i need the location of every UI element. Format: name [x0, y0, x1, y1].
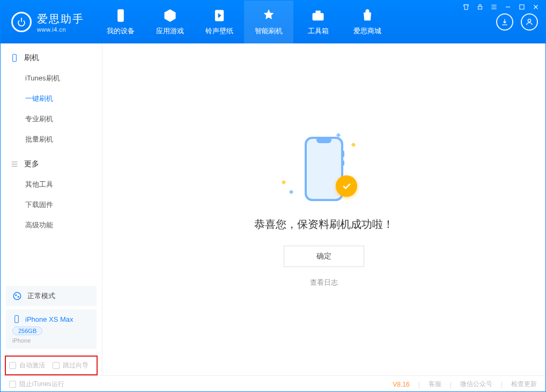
- ok-button[interactable]: 确定: [284, 246, 364, 267]
- menu-icon[interactable]: [490, 3, 498, 11]
- mode-label: 正常模式: [27, 291, 55, 301]
- svg-point-8: [13, 292, 21, 300]
- lock-icon[interactable]: [476, 3, 484, 11]
- svg-rect-2: [117, 9, 124, 21]
- sidebar-item-batch[interactable]: 批量刷机: [1, 129, 102, 150]
- footer-link-wechat[interactable]: 微信公众号: [460, 380, 492, 389]
- phone-icon: [10, 54, 19, 62]
- sidebar: 刷机 iTunes刷机 一键刷机 专业刷机 批量刷机 更多 其他工具 下载固件 …: [1, 43, 102, 375]
- sidebar-item-advanced[interactable]: 高级功能: [1, 215, 102, 235]
- footer-link-cs[interactable]: 客服: [429, 380, 441, 389]
- svg-rect-0: [478, 6, 482, 9]
- sidebar-group-flash-label: 刷机: [24, 53, 39, 63]
- tab-apps[interactable]: 应用游戏: [145, 1, 195, 43]
- sidebar-group-more: 更多: [1, 150, 102, 174]
- maximize-icon[interactable]: [518, 3, 526, 11]
- close-icon[interactable]: [532, 3, 540, 11]
- device-card[interactable]: iPhone XS Max 256GB iPhone: [6, 309, 97, 349]
- tab-apps-label: 应用游戏: [156, 26, 184, 36]
- logo-icon: [11, 12, 32, 32]
- sidebar-item-itunes[interactable]: iTunes刷机: [1, 68, 102, 88]
- svg-rect-11: [15, 315, 19, 322]
- highlighted-options: 自动激活 跳过向导: [5, 356, 98, 375]
- sidebar-item-pro[interactable]: 专业刷机: [1, 109, 102, 129]
- download-button[interactable]: [496, 13, 513, 31]
- svg-point-10: [18, 296, 19, 298]
- footer: 阻止iTunes运行 V8.16 | 客服 | 微信公众号 | 检查更新: [1, 375, 545, 392]
- version-label: V8.16: [393, 381, 409, 388]
- checkbox-skip-guide-label: 跳过向导: [63, 361, 88, 370]
- sidebar-group-more-label: 更多: [24, 159, 39, 169]
- shirt-icon[interactable]: [462, 3, 470, 11]
- svg-point-9: [15, 294, 17, 296]
- list-icon: [10, 160, 19, 168]
- svg-rect-7: [13, 54, 17, 61]
- success-illustration: [286, 131, 361, 206]
- tab-store-label: 爱思商城: [353, 26, 381, 36]
- tab-toolbox[interactable]: 工具箱: [293, 1, 343, 43]
- brand-url: www.i4.cn: [37, 26, 84, 33]
- device-type: iPhone: [12, 337, 90, 344]
- tab-toolbox-label: 工具箱: [308, 26, 329, 36]
- success-title: 恭喜您，保资料刷机成功啦！: [254, 217, 394, 232]
- svg-rect-4: [313, 13, 324, 20]
- tab-ring-label: 铃声壁纸: [205, 26, 233, 36]
- account-button[interactable]: [521, 13, 538, 31]
- device-storage: 256GB: [12, 327, 42, 335]
- logo[interactable]: 爱思助手 www.i4.cn: [1, 1, 96, 43]
- brand-name: 爱思助手: [37, 12, 84, 26]
- device-icon: [12, 315, 21, 323]
- svg-point-6: [528, 19, 530, 22]
- checkbox-stop-itunes[interactable]: 阻止iTunes运行: [9, 380, 64, 389]
- tab-flash[interactable]: 智能刷机: [244, 1, 293, 43]
- tab-store[interactable]: 爱思商城: [343, 1, 392, 43]
- checkbox-auto-activate-label: 自动激活: [19, 361, 45, 370]
- sidebar-item-other[interactable]: 其他工具: [1, 174, 102, 195]
- tab-device-label: 我的设备: [107, 26, 135, 36]
- svg-rect-1: [520, 5, 524, 9]
- checkbox-skip-guide[interactable]: 跳过向导: [53, 361, 88, 370]
- view-log-link[interactable]: 查看日志: [310, 278, 338, 287]
- device-name: iPhone XS Max: [25, 315, 73, 323]
- footer-link-update[interactable]: 检查更新: [511, 380, 537, 389]
- tab-device[interactable]: 我的设备: [96, 1, 145, 43]
- checkmark-icon: [336, 175, 357, 197]
- sidebar-item-firmware[interactable]: 下载固件: [1, 195, 102, 215]
- mode-icon: [12, 291, 22, 301]
- sidebar-group-flash: 刷机: [1, 43, 102, 68]
- tab-ring[interactable]: 铃声壁纸: [195, 1, 244, 43]
- sidebar-item-oneclick[interactable]: 一键刷机: [1, 88, 102, 109]
- main-content: 恭喜您，保资料刷机成功啦！ 确定 查看日志: [102, 43, 545, 375]
- checkbox-auto-activate[interactable]: 自动激活: [9, 361, 45, 370]
- minimize-icon[interactable]: [504, 3, 512, 11]
- mode-card[interactable]: 正常模式: [6, 286, 97, 306]
- tab-flash-label: 智能刷机: [255, 26, 283, 36]
- checkbox-stop-itunes-label: 阻止iTunes运行: [19, 380, 64, 389]
- svg-rect-5: [315, 11, 320, 13]
